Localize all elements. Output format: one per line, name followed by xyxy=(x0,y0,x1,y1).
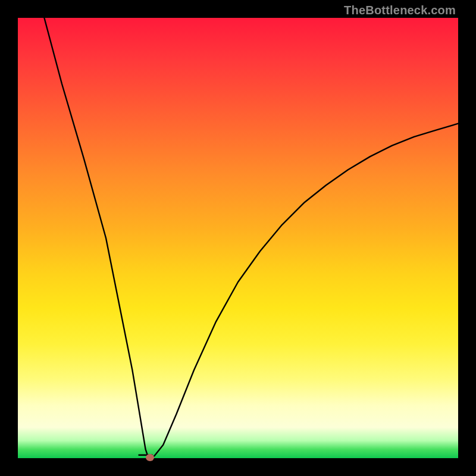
watermark-text: TheBottleneck.com xyxy=(344,4,456,17)
curve-layer xyxy=(18,18,458,458)
chart-frame: TheBottleneck.com xyxy=(0,0,476,476)
bottleneck-marker xyxy=(146,454,154,461)
bottleneck-curve-path xyxy=(44,18,458,458)
